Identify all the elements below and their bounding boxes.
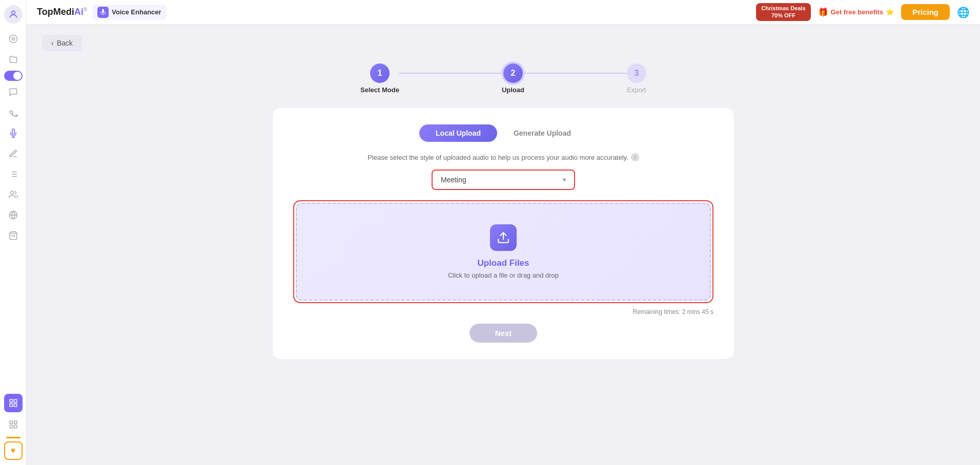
sidebar-divider: [6, 437, 21, 438]
upload-arrow-icon: [497, 231, 510, 244]
sidebar-item-chat[interactable]: [4, 83, 23, 101]
step-line-2-3: [524, 73, 627, 74]
svg-rect-17: [10, 426, 12, 428]
step-2-circle: 2: [503, 64, 523, 83]
helper-text: Please select the style of uploaded audi…: [293, 153, 713, 161]
main-content: TopMediAi® Voice Enhancer Christmas Deal…: [27, 0, 980, 465]
chevron-down-icon: ▾: [563, 176, 566, 183]
step-3-circle: 3: [627, 64, 646, 83]
chevron-left-icon: ‹: [51, 39, 54, 47]
sidebar-bottom: ♥: [4, 394, 23, 460]
sidebar-heart-button[interactable]: ♥: [4, 441, 23, 460]
style-dropdown-wrap: Meeting ▾: [293, 170, 713, 190]
christmas-deals-badge[interactable]: Christmas Deals 70% OFF: [756, 3, 810, 20]
star-icon: ⭐: [886, 8, 894, 16]
upload-area-wrapper: Upload Files Click to upload a file or d…: [293, 200, 713, 303]
steps-indicator: 1 Select Mode 2 Upload 3 Export: [42, 64, 965, 94]
style-dropdown[interactable]: Meeting ▾: [432, 170, 575, 190]
svg-rect-18: [14, 426, 16, 428]
upload-tabs: Local Upload Generate Upload: [293, 124, 713, 142]
sidebar-item-users[interactable]: [4, 185, 23, 204]
page-content: ‹ Back 1 Select Mode 2 Upload 3: [27, 25, 980, 465]
upload-title: Upload Files: [477, 258, 529, 268]
step-2-label: Upload: [502, 86, 524, 94]
svg-rect-13: [10, 404, 12, 407]
pricing-button[interactable]: Pricing: [901, 4, 950, 20]
step-3: 3 Export: [627, 64, 646, 94]
remaining-time: Remaining times: 2 mins 45 s: [293, 308, 713, 315]
tool-name: Voice Enhancer: [112, 8, 161, 16]
sidebar-item-phone[interactable]: [4, 103, 23, 122]
sidebar-item-mic[interactable]: [4, 124, 23, 142]
header-right: Christmas Deals 70% OFF 🎁 Get free benef…: [756, 3, 970, 20]
upload-subtitle: Click to upload a file or drag and drop: [448, 271, 559, 279]
free-benefits-link[interactable]: 🎁 Get free benefits ⭐: [818, 7, 894, 17]
svg-point-0: [11, 11, 15, 14]
svg-rect-11: [10, 399, 12, 402]
trademark: ®: [84, 7, 87, 12]
sidebar-item-globe[interactable]: [4, 206, 23, 224]
main-card: Local Upload Generate Upload Please sele…: [273, 108, 734, 359]
sidebar-item-folder[interactable]: [4, 50, 23, 69]
sidebar-badge-apps[interactable]: [4, 394, 23, 412]
step-3-label: Export: [627, 86, 646, 94]
svg-rect-14: [14, 404, 16, 407]
next-button[interactable]: Next: [469, 324, 538, 343]
tool-badge: Voice Enhancer: [92, 5, 167, 20]
svg-point-1: [9, 35, 17, 43]
upload-icon-box: [490, 224, 517, 251]
svg-rect-15: [10, 421, 12, 424]
app-name: TopMediAi®: [37, 7, 87, 17]
step-1: 1 Select Mode: [360, 64, 399, 94]
step-1-circle: 1: [370, 64, 390, 83]
svg-rect-16: [14, 421, 16, 424]
sidebar-item-list[interactable]: [4, 165, 23, 183]
ve-icon: [97, 7, 109, 18]
next-button-wrap: Next: [293, 324, 713, 343]
user-avatar[interactable]: [4, 5, 23, 24]
toggle-switch[interactable]: [4, 71, 23, 81]
sidebar-item-pen[interactable]: [4, 144, 23, 163]
info-icon[interactable]: i: [631, 153, 639, 161]
back-button[interactable]: ‹ Back: [42, 35, 82, 51]
step-line-1-2: [399, 73, 502, 74]
svg-rect-12: [14, 399, 16, 402]
sidebar-item-grid[interactable]: [4, 415, 23, 434]
sidebar: ♥: [0, 0, 27, 465]
generate-upload-tab[interactable]: Generate Upload: [497, 124, 587, 142]
step-2: 2 Upload: [502, 64, 524, 94]
svg-point-8: [10, 191, 13, 194]
step-1-label: Select Mode: [360, 86, 399, 94]
sidebar-item-bag[interactable]: [4, 226, 23, 245]
upload-dropzone[interactable]: Upload Files Click to upload a file or d…: [296, 203, 711, 301]
header: TopMediAi® Voice Enhancer Christmas Deal…: [27, 0, 980, 25]
sidebar-item-explore[interactable]: [4, 30, 23, 48]
local-upload-tab[interactable]: Local Upload: [419, 124, 497, 142]
gift-icon: 🎁: [818, 7, 828, 17]
language-globe-icon[interactable]: 🌐: [957, 6, 970, 18]
header-logo: TopMediAi® Voice Enhancer: [37, 5, 167, 20]
